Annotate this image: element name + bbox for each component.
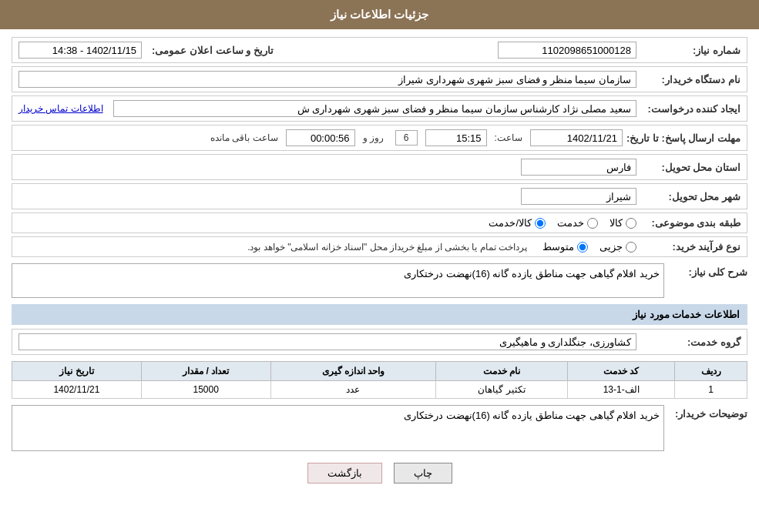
city-value: شیراز (521, 188, 636, 205)
col-date: تاریخ نیاز (12, 362, 142, 381)
creator-contact-link[interactable]: اطلاعات تماس خریدار (18, 103, 103, 114)
button-row: چاپ بازگشت (12, 451, 747, 495)
purchase-jozii-radio[interactable] (626, 242, 636, 253)
category-row: طبقه بندی موضوعی: کالا خدمت کالا/خدمت (12, 212, 747, 233)
buyer-org-row: نام دستگاه خریدار: سازمان سیما منظر و فض… (12, 66, 747, 92)
province-value: فارس (521, 159, 636, 176)
province-row: استان محل تحویل: فارس (12, 154, 747, 180)
cell-row: 1 (675, 381, 747, 399)
category-kala-item: کالا (610, 217, 636, 229)
response-time: 15:15 (425, 129, 487, 146)
content-area: شماره نیاز: 1102098651000128 تاریخ و ساع… (0, 29, 759, 503)
cell-quantity: 15000 (141, 381, 270, 399)
print-button[interactable]: چاپ (394, 463, 452, 483)
response-days-label: روز و (363, 132, 384, 143)
col-row: ردیف (675, 362, 747, 381)
creator-row: ایجاد کننده درخواست: سعید مصلی نژاد کارش… (12, 95, 747, 122)
service-group-row: گروه خدمت: کشاورزی، جنگلداری و ماهیگیری (12, 329, 747, 355)
category-khadamat-label: خدمت (557, 217, 584, 229)
category-kala-khadamat-item: کالا/خدمت (489, 217, 546, 229)
need-number-label: شماره نیاز: (640, 45, 741, 56)
city-row: شهر محل تحویل: شیراز (12, 183, 747, 209)
services-table: ردیف کد خدمت نام خدمت واحد اندازه گیری ت… (12, 361, 747, 399)
response-remaining-time: 00:00:56 (286, 129, 355, 146)
purchase-motawaset-radio[interactable] (577, 242, 588, 253)
city-label: شهر محل تحویل: (640, 191, 741, 202)
response-remaining-label: ساعت باقی مانده (210, 132, 278, 143)
announcement-value: 1402/11/15 - 14:38 (18, 42, 142, 59)
back-button[interactable]: بازگشت (307, 463, 382, 483)
table-row: 1 الف-1-13 تکثیر گیاهان عدد 15000 1402/1… (12, 381, 747, 399)
cell-date: 1402/11/21 (12, 381, 142, 399)
category-kala-khadamat-label: کالا/خدمت (489, 217, 532, 229)
response-date: 1402/11/21 (530, 129, 623, 146)
purchase-motawaset-label: متوسط (542, 241, 574, 253)
buyer-desc-value: خرید افلام گیاهی جهت مناطق یازده گانه (1… (12, 405, 664, 451)
general-desc-container: خرید افلام گیاهی جهت مناطق یازده گانه (1… (12, 263, 664, 298)
general-desc-label: شرح کلی نیاز: (670, 263, 747, 278)
purchase-type-options: جزیی متوسط (542, 241, 636, 253)
purchase-motawaset-item: متوسط (542, 241, 588, 253)
page-title: جزئیات اطلاعات نیاز (331, 8, 428, 21)
deadline-row: مهلت ارسال پاسخ: تا تاریخ: 1402/11/21 سا… (12, 125, 747, 151)
category-khadamat-radio[interactable] (587, 218, 598, 229)
service-group-label: گروه خدمت: (640, 336, 741, 348)
buyer-desc-section: توضیحات خریدار: خرید افلام گیاهی جهت منا… (12, 405, 747, 451)
buyer-desc-label: توضیحات خریدار: (670, 405, 747, 420)
purchase-type-label: نوع فرآیند خرید: (640, 241, 741, 253)
creator-label: ایجاد کننده درخواست: (640, 103, 741, 115)
service-group-value: کشاورزی، جنگلداری و ماهیگیری (18, 333, 636, 350)
category-kala-radio[interactable] (626, 218, 636, 229)
category-kala-label: کالا (610, 217, 623, 229)
category-kala-khadamat-radio[interactable] (535, 218, 546, 229)
purchase-jozii-item: جزیی (599, 241, 636, 253)
purchase-type-row: نوع فرآیند خرید: جزیی متوسط پرداخت تمام … (12, 236, 747, 257)
purchase-note: پرداخت تمام یا بخشی از مبلغ خریداز محل "… (18, 242, 527, 253)
col-code: کد خدمت (567, 362, 674, 381)
page-wrapper: جزئیات اطلاعات نیاز شماره نیاز: 11020986… (0, 0, 759, 532)
general-desc-value: خرید افلام گیاهی جهت مناطق یازده گانه (1… (12, 263, 664, 298)
need-number-row: شماره نیاز: 1102098651000128 تاریخ و ساع… (12, 37, 747, 63)
category-khadamat-item: خدمت (557, 217, 598, 229)
services-section-title: اطلاعات خدمات مورد نیاز (12, 304, 747, 325)
announcement-label: تاریخ و ساعت اعلان عمومی: (152, 45, 274, 56)
buyer-org-value: سازمان سیما منظر و فضای سبز شهری شهرداری… (18, 71, 636, 88)
category-label: طبقه بندی موضوعی: (640, 217, 741, 229)
col-quantity: تعداد / مقدار (141, 362, 270, 381)
need-number-value: 1102098651000128 (498, 42, 636, 59)
col-name: نام خدمت (436, 362, 568, 381)
category-radio-group: کالا خدمت کالا/خدمت (489, 217, 636, 229)
table-body: 1 الف-1-13 تکثیر گیاهان عدد 15000 1402/1… (12, 381, 747, 399)
cell-unit: عدد (270, 381, 436, 399)
cell-name: تکثیر گیاهان (436, 381, 568, 399)
table-header: ردیف کد خدمت نام خدمت واحد اندازه گیری ت… (12, 362, 747, 381)
col-unit: واحد اندازه گیری (270, 362, 436, 381)
page-header: جزئیات اطلاعات نیاز (0, 0, 759, 29)
response-days: 6 (395, 130, 418, 146)
cell-code: الف-1-13 (567, 381, 674, 399)
province-label: استان محل تحویل: (640, 162, 741, 173)
general-desc-section: شرح کلی نیاز: خرید افلام گیاهی جهت مناطق… (12, 263, 747, 298)
services-table-section: ردیف کد خدمت نام خدمت واحد اندازه گیری ت… (12, 361, 747, 399)
creator-name: سعید مصلی نژاد کارشناس سازمان سیما منظر … (113, 100, 636, 117)
response-deadline-label: مهلت ارسال پاسخ: تا تاریخ: (626, 132, 741, 144)
response-time-label: ساعت: (495, 132, 522, 143)
buyer-org-label: نام دستگاه خریدار: (640, 74, 741, 85)
purchase-jozii-label: جزیی (599, 241, 623, 253)
buyer-desc-container: خرید افلام گیاهی جهت مناطق یازده گانه (1… (12, 405, 664, 451)
